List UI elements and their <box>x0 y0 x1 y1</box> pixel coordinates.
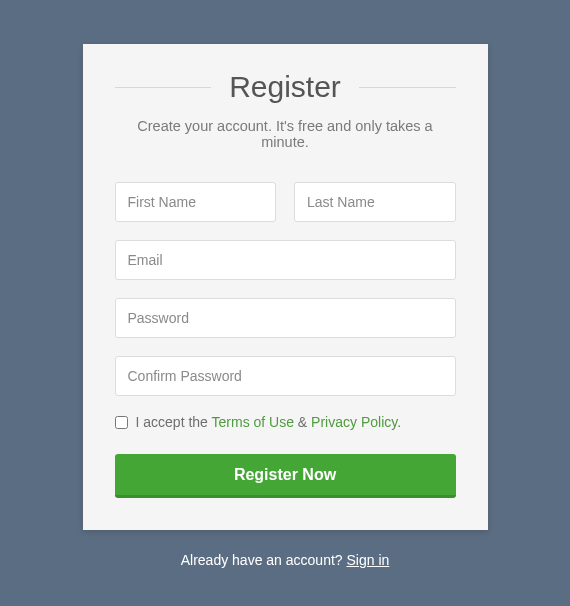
consent-row: I accept the Terms of Use & Privacy Poli… <box>115 414 456 430</box>
register-card: Register Create your account. It's free … <box>83 44 488 530</box>
email-input[interactable] <box>115 240 456 280</box>
divider-right <box>359 87 456 88</box>
privacy-link[interactable]: Privacy Policy <box>311 414 397 430</box>
divider-left <box>115 87 212 88</box>
title-row: Register <box>115 70 456 104</box>
password-input[interactable] <box>115 298 456 338</box>
sign-in-link[interactable]: Sign in <box>346 552 389 568</box>
last-name-input[interactable] <box>294 182 456 222</box>
consent-prefix: I accept the <box>136 414 212 430</box>
terms-link[interactable]: Terms of Use <box>212 414 294 430</box>
consent-middle: & <box>294 414 311 430</box>
confirm-password-input[interactable] <box>115 356 456 396</box>
first-name-input[interactable] <box>115 182 277 222</box>
footer-prompt: Already have an account? <box>181 552 347 568</box>
consent-suffix: . <box>397 414 401 430</box>
page-title: Register <box>211 70 359 104</box>
consent-text: I accept the Terms of Use & Privacy Poli… <box>136 414 402 430</box>
footer: Already have an account? Sign in <box>181 552 390 568</box>
register-button[interactable]: Register Now <box>115 454 456 498</box>
consent-checkbox[interactable] <box>115 416 128 429</box>
page-subtitle: Create your account. It's free and only … <box>115 118 456 150</box>
